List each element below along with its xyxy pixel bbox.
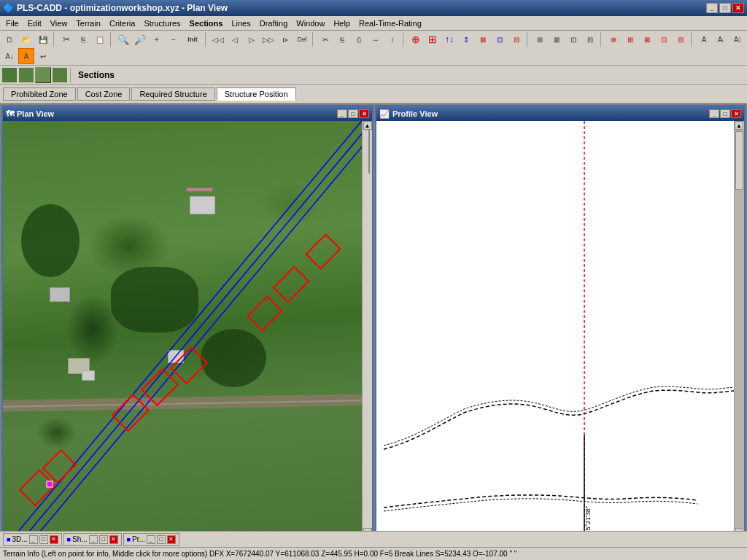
- plan-minimize-button[interactable]: _: [337, 109, 347, 118]
- taskbar-pr-close[interactable]: ✕: [167, 535, 176, 544]
- menu-structures[interactable]: Structures: [139, 18, 185, 28]
- right-btn1[interactable]: A: [696, 31, 712, 47]
- right-btn6[interactable]: ↩: [35, 48, 51, 64]
- icon-btn4[interactable]: [52, 67, 68, 83]
- menu-window[interactable]: Window: [292, 18, 329, 28]
- prev-button[interactable]: ◁: [227, 31, 243, 47]
- struct-btn5[interactable]: ⊠: [475, 31, 491, 47]
- profile-scroll-up[interactable]: ▲: [735, 121, 743, 130]
- profile-view-vscrollbar[interactable]: ▲ ▼: [734, 121, 744, 537]
- tool-btn3[interactable]: ⊡: [565, 31, 581, 47]
- tool-btn5[interactable]: ⊕: [605, 31, 622, 47]
- minimize-button[interactable]: _: [706, 3, 718, 13]
- right-btn3[interactable]: A⃰: [729, 31, 746, 47]
- save-button[interactable]: 💾: [35, 31, 51, 47]
- tool-btn2[interactable]: ⊠: [549, 31, 565, 47]
- plan-close-button[interactable]: ✕: [359, 109, 369, 118]
- plan-scroll-thumb-v[interactable]: [368, 130, 370, 174]
- tab-cost-zone[interactable]: Cost Zone: [77, 88, 131, 101]
- tool-btn9[interactable]: ⊟: [673, 31, 689, 47]
- taskbar-item-3d[interactable]: ■ 3D... _ □ ✕: [3, 533, 62, 546]
- tool-btn8[interactable]: ⊡: [656, 31, 672, 47]
- taskbar-item-sh[interactable]: ■ Sh... _ □ ✕: [63, 533, 122, 546]
- taskbar-sh-btn1[interactable]: _: [89, 535, 98, 544]
- prev-left-button[interactable]: ◁◁: [210, 31, 226, 47]
- zoom-out-button[interactable]: 🔎: [132, 31, 148, 47]
- plan-view-vscrollbar[interactable]: ▲ ▼: [362, 121, 372, 537]
- profile-scroll-track-v[interactable]: [735, 130, 744, 528]
- cut-button[interactable]: ✂: [58, 31, 74, 47]
- tab-required-structure[interactable]: Required Structure: [131, 88, 214, 101]
- paste-button[interactable]: 📋: [92, 31, 108, 47]
- right-btn2[interactable]: Aᵢ: [713, 31, 729, 47]
- sep-t2: [70, 68, 73, 82]
- zoom-in-button[interactable]: 🔍: [115, 31, 131, 47]
- next-button[interactable]: ▷: [244, 31, 260, 47]
- building-5: [82, 370, 95, 381]
- right-btn5[interactable]: A: [18, 48, 34, 64]
- icon-btn1[interactable]: [1, 67, 18, 83]
- struct-btn3[interactable]: ↑↓: [441, 31, 457, 47]
- menu-edit[interactable]: Edit: [23, 18, 46, 28]
- menu-bar: File Edit View Terrain Criteria Structur…: [0, 16, 747, 31]
- right-btn4[interactable]: A↓: [1, 48, 18, 64]
- next-right-button[interactable]: ▷▷: [260, 31, 276, 47]
- open-button[interactable]: 📂: [18, 31, 34, 47]
- taskbar-item-pr[interactable]: ■ Pr... _ □ ✕: [123, 533, 179, 546]
- tool-btn7[interactable]: ⊠: [639, 31, 655, 47]
- taskbar-pr-btn2[interactable]: □: [157, 535, 166, 544]
- new-button[interactable]: 🗋: [1, 31, 18, 47]
- aerial-map[interactable]: [3, 121, 362, 537]
- taskbar-3d-btn2[interactable]: □: [39, 535, 48, 544]
- struct-btn4[interactable]: ⇕: [458, 31, 474, 47]
- plan-maximize-button[interactable]: □: [348, 109, 358, 118]
- plan-scroll-up[interactable]: ▲: [363, 121, 372, 130]
- menu-file[interactable]: File: [1, 18, 23, 28]
- struct-btn2[interactable]: ⊞: [425, 31, 441, 47]
- menu-view[interactable]: View: [46, 18, 72, 28]
- paste2-button[interactable]: ⎙: [351, 31, 367, 47]
- flip-v-button[interactable]: ↕: [384, 31, 400, 47]
- plan-view-controls[interactable]: _ □ ✕: [337, 109, 369, 118]
- delete-button[interactable]: Del: [294, 31, 310, 47]
- title-bar-controls[interactable]: _ □ ✕: [706, 3, 744, 13]
- init-button[interactable]: Init: [182, 31, 203, 47]
- icon-btn2[interactable]: [18, 67, 34, 83]
- menu-sections[interactable]: Sections: [185, 18, 228, 28]
- profile-view-controls[interactable]: _ □ ✕: [709, 109, 741, 118]
- tool-btn6[interactable]: ⊞: [622, 31, 638, 47]
- menu-lines[interactable]: Lines: [227, 18, 255, 28]
- close-button[interactable]: ✕: [732, 3, 744, 13]
- struct-btn7[interactable]: ⊟: [508, 31, 525, 47]
- struct-btn1[interactable]: ⊕: [408, 31, 424, 47]
- profile-close-button[interactable]: ✕: [731, 109, 741, 118]
- menu-help[interactable]: Help: [329, 18, 355, 28]
- scissors-button[interactable]: ✂: [317, 31, 333, 47]
- profile-maximize-button[interactable]: □: [720, 109, 730, 118]
- taskbar-pr-btn1[interactable]: _: [147, 535, 155, 544]
- icon-btn3[interactable]: [35, 67, 51, 83]
- maximize-button[interactable]: □: [719, 3, 731, 13]
- menu-realtime[interactable]: Real-Time-Rating: [355, 18, 426, 28]
- menu-terrain[interactable]: Terrain: [71, 18, 105, 28]
- taskbar-3d-close[interactable]: ✕: [50, 535, 58, 544]
- flip-h-button[interactable]: ↔: [368, 31, 384, 47]
- menu-drafting[interactable]: Drafting: [255, 18, 293, 28]
- taskbar-3d-btn1[interactable]: _: [29, 535, 38, 544]
- copy2-button[interactable]: ⎗: [334, 31, 350, 47]
- tab-prohibited-zone[interactable]: Prohibited Zone: [3, 88, 76, 101]
- pan-button[interactable]: +: [149, 31, 165, 47]
- tool-btn1[interactable]: ⊞: [532, 31, 548, 47]
- nav-btn5[interactable]: ⊳: [277, 31, 293, 47]
- profile-scroll-thumb-v[interactable]: [735, 131, 743, 190]
- struct-btn6[interactable]: ⊡: [492, 31, 508, 47]
- menu-criteria[interactable]: Criteria: [105, 18, 139, 28]
- copy-button[interactable]: ⎘: [75, 31, 91, 47]
- taskbar-sh-close[interactable]: ✕: [109, 535, 118, 544]
- profile-minimize-button[interactable]: _: [709, 109, 719, 118]
- minus-button[interactable]: −: [166, 31, 182, 47]
- building-2: [50, 287, 70, 302]
- taskbar-sh-btn2[interactable]: □: [99, 535, 108, 544]
- tool-btn4[interactable]: ⊟: [582, 31, 598, 47]
- tab-structure-position[interactable]: Structure Position: [217, 88, 296, 101]
